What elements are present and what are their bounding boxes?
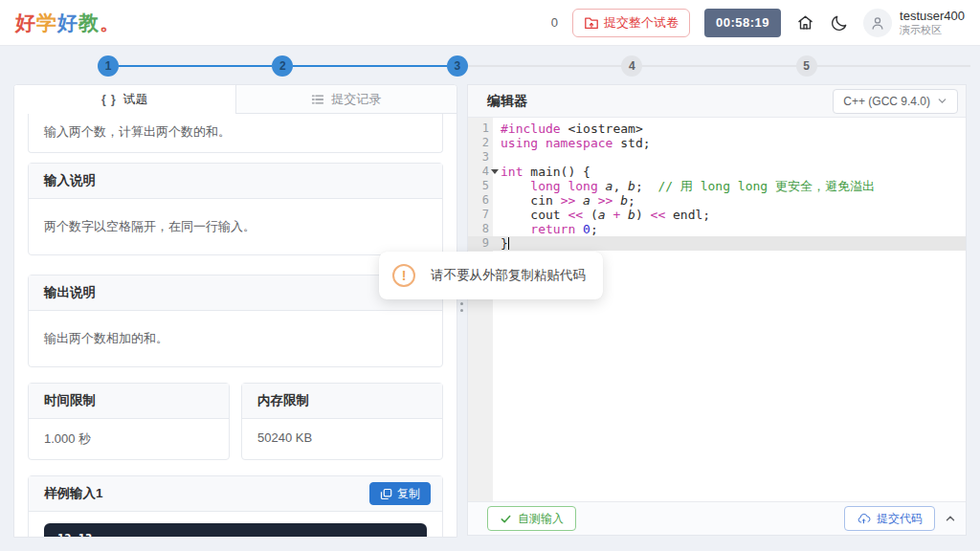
logo[interactable]: 好学好教。 xyxy=(15,10,121,36)
dark-mode-button[interactable] xyxy=(830,13,849,33)
user-icon xyxy=(869,14,886,32)
home-button[interactable] xyxy=(795,12,815,33)
code-token xyxy=(620,208,628,222)
line-number: 3 xyxy=(468,150,489,165)
tab-submissions[interactable]: 提交记录 xyxy=(236,85,457,114)
code-token: return xyxy=(530,222,575,236)
user-menu[interactable]: testuser400 演示校区 xyxy=(863,9,965,37)
line-number: 9 xyxy=(468,236,489,251)
code-line-1[interactable]: 1#include <iostream> xyxy=(468,121,966,136)
app-header: 好学好教。 0 提交整个试卷 00:58:19 xyxy=(0,0,980,46)
code-token: b xyxy=(628,208,635,222)
limits-row: 时间限制 1.000 秒 内存限制 50240 KB xyxy=(28,383,443,460)
submit-paper-button[interactable]: 提交整个试卷 xyxy=(572,9,690,37)
step-4[interactable]: 4 xyxy=(621,55,642,77)
step-1[interactable]: 1 xyxy=(98,55,119,77)
submit-code-label: 提交代码 xyxy=(877,511,923,527)
fold-arrow-icon[interactable] xyxy=(491,169,499,174)
editor-panel: 编辑器 C++ (GCC 9.4.0) 1#include <iostream>… xyxy=(467,84,967,536)
warning-icon: ! xyxy=(392,264,415,287)
step-3[interactable]: 3 xyxy=(447,55,468,77)
sample-input-header: 样例输入1 复制 xyxy=(29,476,442,512)
code-token: >> xyxy=(598,193,613,208)
tab-problem[interactable]: { } 试题 xyxy=(14,85,236,114)
code-token xyxy=(501,179,530,193)
sample-input-value[interactable]: 12 13 xyxy=(44,523,427,538)
code-token: } xyxy=(501,236,508,251)
step-2[interactable]: 2 xyxy=(272,55,293,77)
code-line-8[interactable]: 8 return 0; xyxy=(468,222,966,236)
memory-limit-value: 50240 KB xyxy=(242,419,442,456)
step-5[interactable]: 5 xyxy=(796,55,817,77)
code-token: ; xyxy=(628,193,635,208)
language-select[interactable]: C++ (GCC 9.4.0) xyxy=(833,89,958,114)
code-token: ( xyxy=(583,208,598,222)
code-token: #include xyxy=(501,121,561,136)
submit-paper-label: 提交整个试卷 xyxy=(604,14,679,32)
time-limit-value: 1.000 秒 xyxy=(29,419,229,459)
logo-char: 好 xyxy=(15,11,36,33)
code-token: using namespace xyxy=(501,136,612,150)
self-test-button[interactable]: 自测输入 xyxy=(487,506,576,531)
code-token: ; xyxy=(590,222,598,236)
line-number: 6 xyxy=(468,193,489,208)
code-token: long long xyxy=(530,179,597,193)
username: testuser400 xyxy=(900,9,965,24)
code-token: main() { xyxy=(523,165,590,179)
language-value: C++ (GCC 9.4.0) xyxy=(843,95,930,108)
drag-dot xyxy=(460,302,463,305)
submit-code-button[interactable]: 提交代码 xyxy=(844,506,935,531)
self-test-label: 自测输入 xyxy=(518,511,564,527)
code-lines: 1#include <iostream>2using namespace std… xyxy=(468,121,966,251)
code-editor[interactable]: 1#include <iostream>2using namespace std… xyxy=(468,118,966,501)
time-limit-title: 时间限制 xyxy=(29,384,229,419)
code-line-2[interactable]: 2using namespace std; xyxy=(468,136,966,150)
check-icon xyxy=(500,513,512,525)
memory-limit-title: 内存限制 xyxy=(242,384,442,419)
chevron-down-icon xyxy=(937,96,947,106)
code-token: // 用 long long 更安全，避免溢出 xyxy=(657,179,875,193)
home-icon xyxy=(795,12,815,33)
logo-char: 好 xyxy=(57,11,78,33)
braces-icon: { } xyxy=(101,93,117,106)
code-token: a xyxy=(583,193,590,208)
code-token: >> xyxy=(561,193,576,208)
stepper-track: 12345 xyxy=(98,55,970,77)
code-token: << xyxy=(651,208,666,222)
moon-icon xyxy=(830,13,849,33)
code-token: << xyxy=(568,208,583,222)
line-number: 5 xyxy=(468,179,489,193)
line-number: 7 xyxy=(468,208,489,222)
toast-message: 请不要从外部复制粘贴代码 xyxy=(431,267,586,284)
step-connector xyxy=(293,65,446,67)
copy-button[interactable]: 复制 xyxy=(369,482,431,505)
step-connector xyxy=(468,65,621,67)
header-actions: 0 提交整个试卷 00:58:19 xyxy=(551,9,965,37)
code-line-5[interactable]: 5 long long a, b; // 用 long long 更安全，避免溢… xyxy=(468,179,966,193)
collapse-panel-button[interactable] xyxy=(945,513,956,524)
code-token: cout xyxy=(501,208,568,222)
exam-stepper: 12345 xyxy=(0,46,980,86)
problem-content: 输入两个数，计算出两个数的和。 输入说明 两个数字以空格隔开，在同一行输入。 输… xyxy=(14,114,457,538)
sample-input-body: 12 13 xyxy=(29,512,442,538)
code-line-6[interactable]: 6 cin >> a >> b; xyxy=(468,193,966,208)
step-connector xyxy=(119,65,272,67)
code-token xyxy=(501,222,530,236)
code-token xyxy=(590,193,598,208)
code-token: cin xyxy=(501,193,561,208)
code-line-7[interactable]: 7 cout << (a + b) << endl; xyxy=(468,208,966,222)
copy-icon xyxy=(380,488,392,500)
code-line-9[interactable]: 9} xyxy=(468,236,966,251)
code-token: a xyxy=(598,208,606,222)
editor-title: 编辑器 xyxy=(487,93,527,110)
step-connector xyxy=(642,65,795,67)
output-spec-body: 输出两个数相加的和。 xyxy=(29,311,442,366)
problem-description: 输入两个数，计算出两个数的和。 xyxy=(44,124,231,139)
sample-input-card: 样例输入1 复制 12 13 xyxy=(28,475,443,538)
tab-submissions-label: 提交记录 xyxy=(331,91,381,108)
code-line-4[interactable]: 4int main() { xyxy=(468,165,966,179)
problem-tabs: { } 试题 提交记录 xyxy=(14,85,457,114)
line-number: 4 xyxy=(468,165,489,179)
logo-char: 教 xyxy=(78,11,100,33)
code-line-3[interactable]: 3 xyxy=(468,150,966,165)
